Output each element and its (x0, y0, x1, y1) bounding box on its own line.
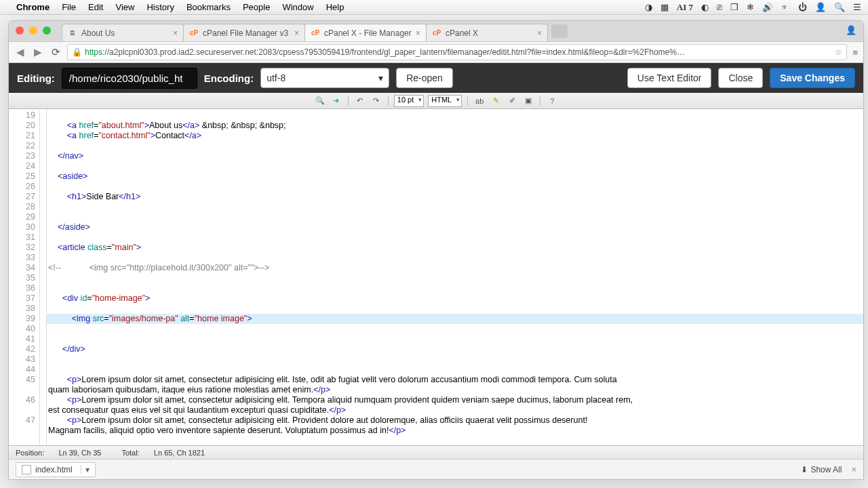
code-toolbar: 🔍 ➜ ↶ ↷ 10 pt HTML ab ✎ ✐ ▣ ? (9, 93, 863, 109)
window-zoom-icon[interactable] (43, 26, 51, 35)
redo-icon[interactable]: ↷ (370, 95, 382, 107)
menu-people[interactable]: People (243, 2, 270, 12)
fullscreen-icon[interactable]: ▣ (522, 95, 534, 107)
url-input[interactable]: 🔒 https://a2plcpnl0303.prod.iad2.secures… (67, 44, 847, 60)
page-icon: 🗎 (68, 28, 77, 38)
tab-strip: 🗎 About Us × cP cPanel File Manager v3 ×… (9, 21, 863, 41)
url-scheme: https (85, 47, 102, 57)
menu-file[interactable]: File (62, 2, 76, 12)
bookmark-icon[interactable]: ☆ (835, 47, 842, 57)
tab-label: About Us (81, 28, 115, 38)
tab-label: cPanel X (446, 28, 478, 38)
editor-toolbar: Editing: /home/rico2030/public_ht Encodi… (9, 63, 863, 93)
position-label: Position: (16, 449, 44, 457)
profile-icon[interactable]: 👤 (846, 25, 858, 37)
reload-button[interactable]: ⟳ (50, 46, 62, 58)
download-bar: index.html ▾ ⬇ Show All × (9, 459, 863, 479)
status-bar: Position: Ln 39, Ch 35 Total: Ln 65, Ch … (9, 445, 863, 459)
position-value: Ln 39, Ch 35 (58, 449, 101, 457)
notifications-icon[interactable]: ☰ (853, 2, 861, 12)
code-editor[interactable]: 1920212223242526272829303132333435363738… (9, 109, 863, 445)
cpanel-icon: cP (189, 28, 199, 38)
tab-label: cPanel X - File Manager (324, 28, 412, 38)
lock-icon: 🔒 (72, 47, 82, 57)
code-content[interactable]: <a href="about.html">About us</a> &nbsp;… (47, 109, 863, 445)
tab-cpanel-fm-v3[interactable]: cP cPanel File Manager v3 × (183, 24, 305, 41)
goto-icon[interactable]: ➜ (330, 95, 342, 107)
download-item[interactable]: index.html ▾ (16, 462, 96, 477)
mac-menubar: Chrome File Edit View History Bookmarks … (0, 0, 868, 15)
menu-history[interactable]: History (146, 2, 174, 12)
window-minimize-icon[interactable] (29, 26, 37, 35)
address-bar: ◀ ▶ ⟳ 🔒 https://a2plcpnl0303.prod.iad2.s… (9, 41, 863, 63)
close-icon[interactable]: × (537, 28, 542, 38)
chevron-down-icon[interactable]: ▾ (81, 465, 90, 474)
close-icon[interactable]: × (416, 28, 420, 38)
menu-edit[interactable]: Edit (88, 2, 103, 12)
show-all-label: Show All (810, 465, 842, 474)
encoding-select[interactable]: utf-8▾ (260, 68, 389, 88)
cpanel-icon: cP (432, 28, 441, 38)
total-label: Total: (121, 449, 139, 457)
use-text-editor-button[interactable]: Use Text Editor (627, 68, 712, 88)
clear-icon[interactable]: ✐ (506, 95, 518, 107)
close-icon[interactable]: × (173, 28, 178, 38)
editing-label: Editing: (17, 73, 55, 84)
menu-bookmarks[interactable]: Bookmarks (186, 2, 231, 12)
wifi-icon[interactable]: ᯤ (781, 2, 790, 12)
chrome-menu-icon[interactable]: ≡ (852, 47, 858, 58)
forward-button[interactable]: ▶ (32, 46, 44, 58)
menu-window[interactable]: Window (282, 2, 313, 12)
menu-view[interactable]: View (115, 2, 134, 12)
download-arrow-icon: ⬇ (801, 465, 808, 474)
save-changes-button[interactable]: Save Changes (770, 68, 855, 88)
spotlight-icon[interactable]: 🔍 (834, 2, 845, 12)
url-text: ://a2plcpnl0303.prod.iad2.secureserver.n… (102, 47, 685, 57)
search-icon[interactable]: 🔍 (314, 95, 326, 107)
font-size-select[interactable]: 10 pt (394, 95, 424, 107)
status-icon[interactable]: ◑ (645, 2, 652, 12)
cpanel-icon: cP (311, 28, 320, 38)
adobe-icon[interactable]: AI 7 (677, 2, 693, 13)
tab-cpanel-x[interactable]: cP cPanel X × (426, 24, 548, 41)
status-icon[interactable]: ▦ (660, 2, 669, 12)
tab-cpanel-x-fm[interactable]: cP cPanel X - File Manager × (304, 24, 427, 41)
encoding-label: Encoding: (204, 73, 254, 84)
line-gutter: 1920212223242526272829303132333435363738… (9, 109, 40, 445)
new-tab-button[interactable] (551, 24, 568, 38)
total-value: Ln 65, Ch 1821 (154, 449, 205, 457)
highlight-icon[interactable]: ✎ (490, 95, 502, 107)
close-button[interactable]: Close (718, 68, 763, 88)
file-icon (22, 465, 31, 474)
chrome-window: 🗎 About Us × cP cPanel File Manager v3 ×… (8, 20, 864, 480)
close-icon[interactable]: × (851, 464, 856, 474)
tab-about-us[interactable]: 🗎 About Us × (62, 24, 184, 41)
screen-icon[interactable]: ⎚ (717, 2, 722, 12)
box-icon[interactable]: ❒ (730, 2, 738, 12)
user-icon[interactable]: 👤 (815, 2, 826, 12)
back-button[interactable]: ◀ (14, 46, 26, 58)
encoding-value: utf-8 (267, 73, 285, 83)
menu-help[interactable]: Help (326, 2, 344, 12)
window-close-icon[interactable] (16, 26, 24, 35)
power-icon[interactable]: ⏻ (798, 2, 807, 12)
help-icon[interactable]: ? (546, 95, 558, 107)
language-select[interactable]: HTML (428, 95, 462, 107)
menu-app[interactable]: Chrome (16, 2, 50, 12)
reopen-button[interactable]: Re-open (396, 68, 453, 88)
chevron-down-icon: ▾ (378, 73, 383, 83)
tab-label: cPanel File Manager v3 (203, 28, 288, 38)
wrap-icon[interactable]: ab (473, 95, 486, 107)
file-path-input[interactable]: /home/rico2030/public_ht (62, 68, 197, 89)
snowflake-icon[interactable]: ❄ (747, 2, 754, 12)
download-filename: index.html (35, 465, 73, 474)
show-all-button[interactable]: ⬇ Show All (801, 465, 842, 474)
cloud-icon[interactable]: ◐ (701, 2, 709, 12)
close-icon[interactable]: × (294, 28, 299, 38)
volume-icon[interactable]: 🔊 (762, 2, 773, 12)
undo-icon[interactable]: ↶ (354, 95, 366, 107)
